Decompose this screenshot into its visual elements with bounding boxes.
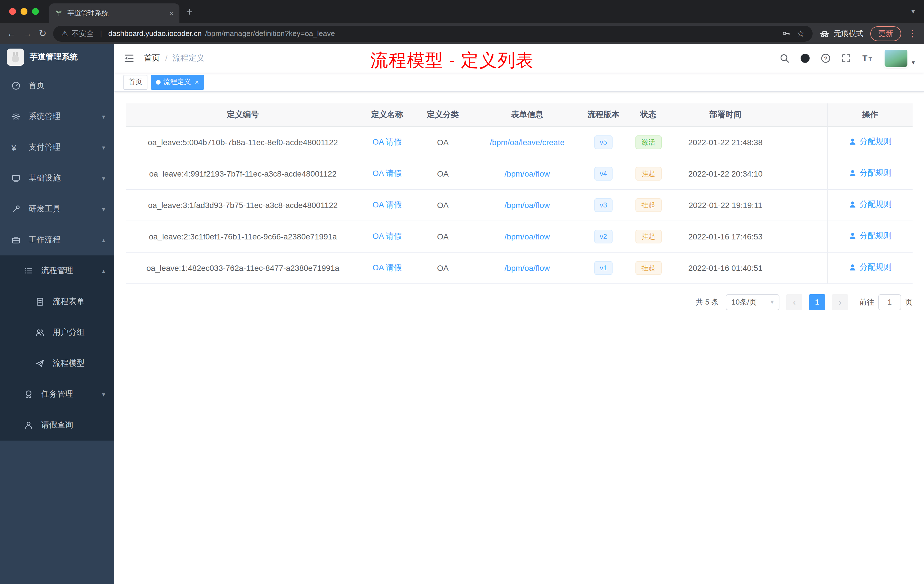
incognito-label: 无痕模式 — [834, 28, 863, 39]
tag-close-icon[interactable]: × — [195, 79, 199, 86]
favicon-icon — [55, 9, 63, 17]
assign-rule-link[interactable]: 分配规则 — [849, 137, 892, 147]
definition-category: OA — [414, 221, 472, 252]
sidebar-item-process-form[interactable]: 流程表单 — [0, 286, 114, 317]
help-icon[interactable]: ? — [821, 53, 831, 63]
hamburger-icon[interactable] — [124, 53, 135, 64]
version-badge: v5 — [594, 135, 612, 149]
goto-label: 前往 — [860, 297, 874, 307]
sidebar-item-dev-tools[interactable]: 研发工具 ▾ — [0, 194, 114, 224]
sidebar-item-payment-management[interactable]: ¥ 支付管理 ▾ — [0, 132, 114, 163]
assign-rule-link[interactable]: 分配规则 — [849, 231, 892, 241]
tag-process-definition[interactable]: 流程定义 × — [151, 74, 204, 89]
fullscreen-icon[interactable] — [842, 53, 852, 63]
sidebar-item-system-management[interactable]: 系统管理 ▾ — [0, 101, 114, 132]
form-info-link[interactable]: /bpm/oa/flow — [505, 169, 550, 178]
browser-menu-icon[interactable]: ⋮ — [908, 29, 917, 38]
active-tag-dot — [156, 80, 160, 84]
page-content: 定义编号 定义名称 定义分类 表单信息 流程版本 状态 部署时间 操作 — [114, 92, 924, 584]
next-page-button[interactable]: › — [832, 294, 848, 310]
assign-rule-link[interactable]: 分配规则 — [849, 200, 892, 210]
paper-plane-icon — [35, 359, 49, 368]
url-host: dashboard.yudao.iocoder.cn — [108, 29, 202, 38]
table-row: oa_leave:3:1fad3d93-7b75-11ec-a3c8-acde4… — [126, 189, 912, 221]
svg-text:T: T — [863, 54, 868, 63]
table-row: oa_leave:4:991f2193-7b7f-11ec-a3c8-acde4… — [126, 158, 912, 189]
bookmark-star-icon[interactable]: ☆ — [797, 28, 805, 39]
avatar-caret-icon: ▾ — [912, 59, 915, 67]
version-badge: v1 — [594, 261, 612, 275]
wrench-icon — [12, 205, 25, 214]
form-info-link[interactable]: /bpm/oa/flow — [505, 200, 550, 210]
update-browser-button[interactable]: 更新 — [870, 26, 901, 41]
col-filler — [778, 104, 827, 126]
form-info-link[interactable]: /bpm/oa/flow — [505, 263, 550, 272]
chevron-up-icon: ▴ — [102, 236, 105, 244]
version-badge: v3 — [594, 198, 612, 212]
definition-name-link[interactable]: OA 请假 — [373, 200, 402, 209]
assign-rule-link[interactable]: 分配规则 — [849, 262, 892, 272]
url-divider: | — [100, 29, 102, 38]
sidebar-item-task-management[interactable]: 任务管理 ▾ — [0, 379, 114, 410]
tag-home[interactable]: 首页 — [124, 74, 147, 89]
sidebar-item-process-model[interactable]: 流程模型 — [0, 348, 114, 379]
definition-name-link[interactable]: OA 请假 — [373, 137, 402, 146]
definition-name-link[interactable]: OA 请假 — [373, 231, 402, 240]
security-label[interactable]: 不安全 — [71, 28, 94, 39]
col-definition-name: 定义名称 — [360, 104, 414, 126]
svg-text:?: ? — [824, 55, 828, 61]
address-bar[interactable]: ⚠ 不安全 | dashboard.yudao.iocoder.cn /bpm/… — [53, 25, 813, 41]
page-size-select[interactable]: 10条/页 ▾ — [726, 294, 779, 310]
app-frame: 芋道管理系统 首页 系统管理 ▾ ¥ 支付管理 ▾ — [0, 44, 924, 584]
sidebar-item-infrastructure[interactable]: 基础设施 ▾ — [0, 163, 114, 194]
font-size-icon[interactable]: T T — [862, 53, 872, 63]
zoom-window-button[interactable] — [32, 8, 39, 15]
definition-name-link[interactable]: OA 请假 — [373, 262, 402, 272]
tab-search-button[interactable]: ▾ — [911, 7, 915, 15]
definition-id: oa_leave:2:3c1f0ef1-76b1-11ec-9c66-a2380… — [126, 221, 360, 252]
sidebar-item-home[interactable]: 首页 — [0, 70, 114, 101]
tab-close-icon[interactable]: × — [169, 9, 174, 17]
sidebar-item-workflow[interactable]: 工作流程 ▴ — [0, 224, 114, 256]
breadcrumb-home[interactable]: 首页 — [144, 53, 160, 63]
forward-button[interactable]: → — [23, 29, 32, 38]
reload-button[interactable]: ↻ — [39, 29, 46, 38]
sidebar-item-user-group[interactable]: 用户分组 — [0, 317, 114, 348]
col-definition-id: 定义编号 — [126, 104, 360, 126]
form-info-link[interactable]: /bpm/oa/flow — [505, 232, 550, 241]
prev-page-button[interactable]: ‹ — [786, 294, 802, 310]
assign-rule-link[interactable]: 分配规则 — [849, 168, 892, 178]
url-path: /bpm/manager/definition?key=oa_leave — [205, 29, 335, 38]
new-tab-button[interactable]: + — [186, 6, 193, 17]
security-warning-icon: ⚠ — [61, 29, 68, 38]
sidebar-item-process-management[interactable]: 流程管理 ▴ — [0, 256, 114, 286]
form-info-link[interactable]: /bpm/oa/leave/create — [490, 137, 564, 147]
person-icon — [849, 138, 857, 146]
avatar[interactable] — [885, 50, 908, 67]
password-key-icon[interactable] — [781, 29, 790, 38]
goto-unit: 页 — [905, 297, 912, 307]
deploy-time: 2022-01-22 21:48:38 — [673, 126, 778, 158]
search-icon[interactable] — [780, 53, 790, 63]
goto-page-input[interactable]: 1 — [878, 294, 901, 310]
chevron-down-icon: ▾ — [102, 205, 105, 213]
minimize-window-button[interactable] — [21, 8, 27, 15]
definition-name-link[interactable]: OA 请假 — [373, 168, 402, 177]
person-icon — [849, 232, 857, 240]
list-icon — [24, 266, 38, 276]
browser-tab[interactable]: 芋道管理系统 × — [49, 3, 180, 23]
task-badge-icon — [24, 390, 38, 399]
rabbit-logo-icon — [9, 51, 22, 63]
sidebar-item-leave-query[interactable]: 请假查询 — [0, 410, 114, 440]
close-window-button[interactable] — [9, 8, 16, 15]
user-avatar-menu[interactable]: ▾ — [885, 50, 915, 67]
github-icon[interactable] — [800, 53, 810, 63]
definition-category: OA — [414, 189, 472, 221]
breadcrumb: 首页 / 流程定义 — [144, 53, 205, 63]
main-area: 流程模型 - 定义列表 首页 / 流程定义 — [114, 44, 924, 584]
back-button[interactable]: ← — [7, 29, 16, 38]
current-page-button[interactable]: 1 — [809, 294, 825, 310]
definition-id: oa_leave:1:482ec033-762a-11ec-8477-a2380… — [126, 252, 360, 284]
document-icon — [35, 297, 49, 306]
sidebar-header: 芋道管理系统 — [0, 44, 114, 70]
